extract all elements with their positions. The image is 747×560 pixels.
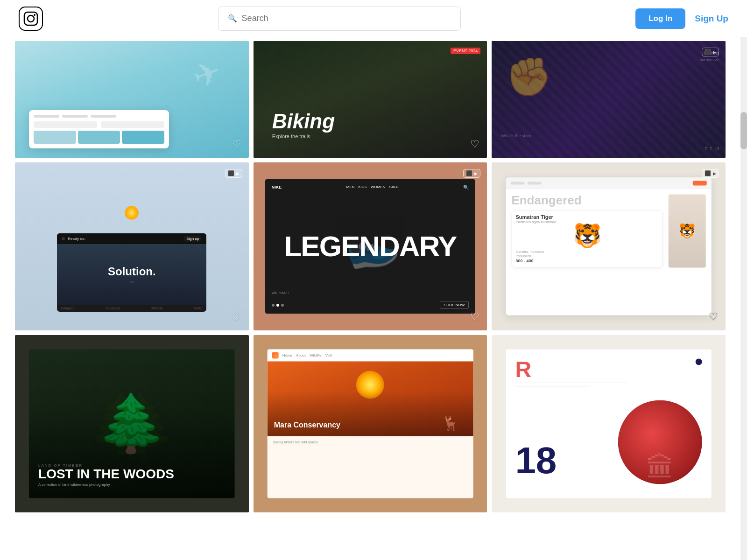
biking-badge: EVENT 2024 <box>451 48 480 54</box>
divider-lines <box>515 382 702 390</box>
mara-hero: 🦌 Mara Conservancy <box>268 361 473 436</box>
grid-item-7[interactable]: 🌲 Land of Timber LOST IN THE WOODS A col… <box>15 335 249 512</box>
heart-icon-1[interactable]: ♡ <box>232 138 241 150</box>
r-mag-inner: R 18 🏛 <box>506 349 712 498</box>
dark-hero-title: What's the story <box>501 133 531 139</box>
grid-item-4[interactable]: Ready co. Sign up Solution. 08 Instagram… <box>15 162 249 330</box>
search-icon: 🔍 <box>228 14 237 23</box>
building-icon: 🏛 <box>646 452 674 484</box>
svg-point-1 <box>28 15 34 22</box>
heart-icon-4[interactable]: ♡ <box>232 311 241 323</box>
r-letter: R <box>515 358 702 381</box>
blue-dot <box>696 358 702 365</box>
mara-nav: Home About Wildlife Visit <box>268 349 473 361</box>
heart-icon-5[interactable]: ♡ <box>470 311 479 323</box>
tiger-card: Sumatran Tiger Panthera tigris sumatrae … <box>511 210 663 267</box>
biking-content: Biking Explore the trails EVENT 2024 <box>254 41 487 158</box>
nike-nav: NIKE MEN KIDS WOMEN SALE 🔍 <box>265 185 476 190</box>
mara-logo <box>272 352 279 358</box>
grid-item-9[interactable]: R 18 🏛 <box>492 335 726 512</box>
search-input[interactable] <box>242 14 451 23</box>
endangered-title: Endangered <box>511 194 663 206</box>
scrollbar-thumb[interactable] <box>740 112 747 149</box>
scrollbar[interactable] <box>740 37 747 560</box>
grid-item-1[interactable]: ✈ ♡ <box>15 41 249 158</box>
biking-sub: Explore the trails <box>272 133 335 139</box>
grid-item-5[interactable]: NIKE MEN KIDS WOMEN SALE 🔍 👟 LEGENDARY <box>254 162 487 330</box>
signup-button[interactable]: Sign Up <box>695 14 728 24</box>
heart-icon-2[interactable]: ♡ <box>470 138 479 150</box>
endangered-inner: Endangered Sumatran Tiger Panthera tigri… <box>506 177 712 315</box>
grid-item-3[interactable]: The most Immersive ✊ What's the story f … <box>492 41 726 158</box>
tiger-icon: 🐯 <box>515 224 659 247</box>
mockup-1 <box>29 110 169 148</box>
svg-point-2 <box>34 14 35 16</box>
logo-area <box>19 7 43 31</box>
legendary-title: LEGENDARY <box>284 233 457 259</box>
r-circle: 🏛 <box>618 400 702 484</box>
grid-item-2[interactable]: Biking Explore the trails EVENT 2024 ♡ <box>254 41 487 158</box>
mockup-4: Ready co. Sign up Solution. 08 Instagram… <box>57 233 206 312</box>
header: 🔍 Log In Sign Up <box>0 0 747 37</box>
lost-inner: 🌲 Land of Timber LOST IN THE WOODS A col… <box>29 349 235 498</box>
mara-inner: Home About Wildlife Visit 🦌 Mara Conserv… <box>268 349 473 498</box>
deer-icon: 🦌 <box>442 415 459 431</box>
grid-item-6[interactable]: Endangered Sumatran Tiger Panthera tigri… <box>492 162 726 330</box>
instagram-logo[interactable] <box>19 7 43 31</box>
plane-icon: ✈ <box>187 51 226 97</box>
image-grid: ✈ ♡ <box>15 37 726 512</box>
r-number: 18 <box>515 442 557 480</box>
nike-card-inner: NIKE MEN KIDS WOMEN SALE 🔍 👟 LEGENDARY <box>265 179 476 314</box>
login-button[interactable]: Log In <box>635 8 685 29</box>
biking-title: Biking <box>272 111 335 132</box>
header-actions: Log In Sign Up <box>635 8 728 29</box>
main-content: ✈ ♡ <box>0 37 747 512</box>
mara-body: Saving Africa's last wild spaces <box>268 436 473 448</box>
heart-icon-6[interactable]: ♡ <box>709 311 718 323</box>
svg-rect-0 <box>24 12 37 25</box>
grid-item-8[interactable]: Home About Wildlife Visit 🦌 Mara Conserv… <box>254 335 487 512</box>
nike-bottom: WE HAD ! SHOP NOW <box>265 301 476 309</box>
search-bar[interactable]: 🔍 <box>218 7 461 31</box>
lost-text: Land of Timber LOST IN THE WOODS A colle… <box>38 464 174 487</box>
sun-element <box>125 206 139 220</box>
